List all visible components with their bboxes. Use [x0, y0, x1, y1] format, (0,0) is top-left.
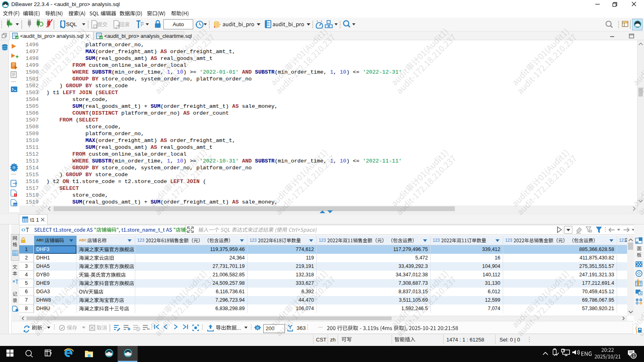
svg-text:SQL: SQL — [66, 21, 77, 27]
svg-text:(x): (x) — [14, 204, 17, 207]
